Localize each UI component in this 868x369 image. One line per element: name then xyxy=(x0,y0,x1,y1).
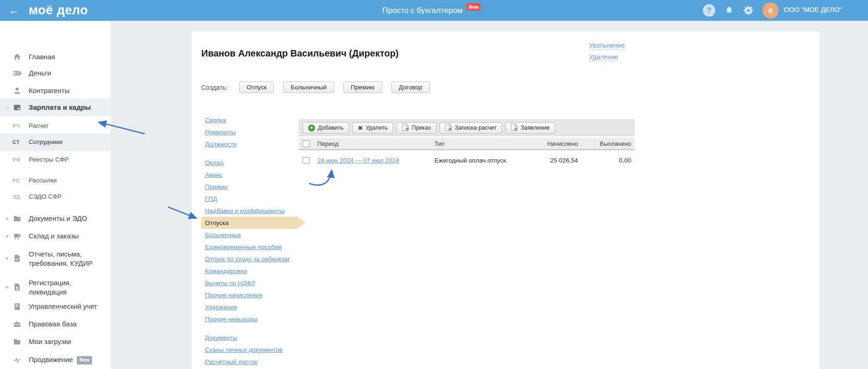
subnav-otpusk-po-uhodu[interactable]: Отпуск по уходу за ребенком xyxy=(205,256,289,263)
sidebar-item-prodvizhenie[interactable]: ПродвижениеNew xyxy=(0,351,111,369)
subnav-prochie-nevyhody[interactable]: Прочие невыходы xyxy=(205,316,257,323)
subnav-otpuska-active[interactable]: Отпуска xyxy=(201,217,298,229)
sidebar-item-label: Документы и ЭДО xyxy=(29,214,108,223)
subnav-uderzhaniya[interactable]: Удержания xyxy=(205,304,237,311)
collapse-expander[interactable]: + xyxy=(4,255,10,262)
sidebar-item-dengi[interactable]: ₽ Деньги xyxy=(0,64,111,82)
briefcase-icon xyxy=(12,319,22,329)
order-document-button[interactable]: Приказ xyxy=(397,122,436,134)
user-avatar[interactable]: 0 xyxy=(763,2,779,19)
create-label: Создать: xyxy=(201,84,228,91)
sidebar-item-otchety[interactable]: + Отчеты, письма, требования, КУДИР xyxy=(0,247,111,270)
doc-person-icon xyxy=(12,282,22,292)
notifications-bell-icon[interactable] xyxy=(723,4,735,17)
row-checkbox[interactable] xyxy=(303,157,310,164)
subnav-komandirovki[interactable]: Командировки xyxy=(205,268,247,275)
sidebar-item-raschet[interactable]: РЧ Расчет xyxy=(0,117,111,135)
app-logo[interactable]: моё дело xyxy=(29,3,88,18)
svg-text:₽: ₽ xyxy=(18,71,20,75)
delete-employee-link[interactable]: Удаление xyxy=(589,53,618,61)
sidebar-item-label: СЭДО СФР xyxy=(29,193,108,201)
subnav-dolzhnosti[interactable]: Должности xyxy=(205,141,237,148)
create-contract-button[interactable]: Договор xyxy=(391,81,430,93)
sidebar-item-zarplata-i-kadry[interactable]: − Зарплата и кадры xyxy=(0,99,111,116)
bell-icon xyxy=(724,5,734,16)
subnav-rekvizity[interactable]: Реквизиты xyxy=(205,129,236,136)
sidebar-item-label: Сотрудники xyxy=(29,138,108,146)
subnav-edinovremennye-posobiya[interactable]: Единовременные пособия xyxy=(205,244,282,250)
accrued-value: 25 026,54 xyxy=(524,157,578,164)
sidebar-item-label: ПродвижениеNew xyxy=(29,355,108,364)
table-header: Период Тип Начислено Выплачено xyxy=(299,138,634,150)
subnav-bolnichnye[interactable]: Больничные xyxy=(205,231,241,238)
sidebar-item-label: Деньги xyxy=(29,69,108,78)
help-icon[interactable]: ? xyxy=(703,4,715,17)
account-name[interactable]: ООО "МОЕ ДЕЛО" xyxy=(784,6,842,13)
subnav-vychety-ndfl[interactable]: Вычеты по НДФЛ xyxy=(205,280,255,287)
cart-icon xyxy=(12,231,22,241)
dismissal-link[interactable]: Увольнение xyxy=(589,42,625,50)
sidebar-item-label: Отчеты, письма, требования, КУДИР xyxy=(29,250,108,268)
back-arrow-icon[interactable]: ← xyxy=(8,4,19,17)
sidebar-item-label: Мои загрузки xyxy=(29,337,108,346)
subnav-avans[interactable]: Аванс xyxy=(205,171,223,178)
column-period[interactable]: Период xyxy=(317,140,434,147)
create-bonus-button[interactable]: Премию xyxy=(343,81,382,93)
button-label: Удалить xyxy=(366,125,388,131)
sidebar-item-pravovaya-baza[interactable]: Правовая база xyxy=(0,315,111,333)
collapse-expander[interactable]: − xyxy=(4,104,10,111)
sidebar-item-kontragenty[interactable]: Контрагенты xyxy=(0,82,111,100)
select-all-checkbox[interactable] xyxy=(303,140,310,147)
calculation-note-button[interactable]: Записка-расчет xyxy=(440,122,502,134)
application-button[interactable]: Заявление xyxy=(505,122,555,134)
column-accrued[interactable]: Начислено xyxy=(524,140,578,147)
button-label: Заявление xyxy=(521,125,550,131)
svg-text:₽: ₽ xyxy=(15,304,18,308)
subnav-skany-dokumentov[interactable]: Сканы личных документов xyxy=(205,346,282,353)
collapse-expander[interactable]: + xyxy=(4,283,10,291)
subnav-raschetnyy-listok[interactable]: Расчётный листок xyxy=(205,358,257,365)
delete-button[interactable]: ✖ Удалить xyxy=(352,122,393,134)
subnav-group-3: Документы Сканы личных документов Расчёт… xyxy=(205,331,282,368)
vacation-period-link[interactable]: 24 июн 2024 — 07 июл 2024 xyxy=(317,157,434,164)
subnav-oklad[interactable]: Оклад xyxy=(205,159,223,166)
sidebar-item-sklad-zakazy[interactable]: + Склад и заказы xyxy=(0,227,111,245)
item-code: ЭД xyxy=(12,194,20,200)
button-label: Добавить xyxy=(318,125,343,131)
sidebar-item-sotrudniki[interactable]: СТ Сотрудники xyxy=(0,133,111,151)
column-type[interactable]: Тип xyxy=(434,140,524,147)
sidebar-item-reestry-sfr[interactable]: РФ Реестры СФР xyxy=(0,151,111,169)
sidebar-item-label: Реестры СФР xyxy=(29,156,108,164)
subnav-nadbavki[interactable]: Надбавки и коэффициенты xyxy=(205,207,285,214)
collapse-expander[interactable]: + xyxy=(4,215,10,222)
sidebar-item-label: Склад и заказы xyxy=(29,231,108,241)
sidebar-item-registraciya[interactable]: + Регистрация, ликвидация xyxy=(0,275,111,299)
table-row: 24 июн 2024 — 07 июл 2024 Ежегодный опла… xyxy=(299,153,634,168)
tagline-text[interactable]: Просто с бухгалтером xyxy=(382,6,463,15)
sidebar-item-sedo-sfr[interactable]: ЭД СЭДО СФР xyxy=(0,188,111,206)
sidebar-item-rassylki[interactable]: РС Рассылки xyxy=(0,172,111,189)
collapse-expander[interactable]: + xyxy=(4,232,10,240)
create-sick-leave-button[interactable]: Больничный xyxy=(283,81,334,93)
create-vacation-button[interactable]: Отпуск xyxy=(239,81,274,93)
add-plus-icon: + xyxy=(308,125,315,131)
sidebar-item-dokumenty-edo[interactable]: + Документы и ЭДО xyxy=(0,210,111,227)
tagline-wrap: Просто с бухгалтером New xyxy=(382,0,481,21)
subnav-dokumenty[interactable]: Документы xyxy=(205,334,237,341)
subnav-prochie-nachisleniya[interactable]: Прочие начисления xyxy=(205,292,262,299)
sidebar-item-upravlencheskiy-uchet[interactable]: ₽ Управленческий учет xyxy=(0,298,111,315)
add-button[interactable]: + Добавить xyxy=(303,122,349,134)
item-code: СТ xyxy=(12,139,19,145)
gear-icon xyxy=(743,5,754,16)
item-code: РЧ xyxy=(12,123,20,129)
pulse-icon xyxy=(12,355,22,364)
subnav-premii[interactable]: Премии xyxy=(205,183,228,190)
sidebar-item-glavnaya[interactable]: Главная xyxy=(0,48,111,66)
subnav-svodka[interactable]: Сводка xyxy=(205,117,226,124)
subnav-gpd[interactable]: ГПД xyxy=(205,195,217,202)
promo-new-badge: New xyxy=(77,356,93,364)
sidebar-item-moi-zagruzki[interactable]: Мои загрузки xyxy=(0,333,111,350)
column-paid[interactable]: Выплачено xyxy=(578,140,631,147)
settings-gear-icon[interactable] xyxy=(742,4,755,17)
folder-icon xyxy=(12,337,22,346)
